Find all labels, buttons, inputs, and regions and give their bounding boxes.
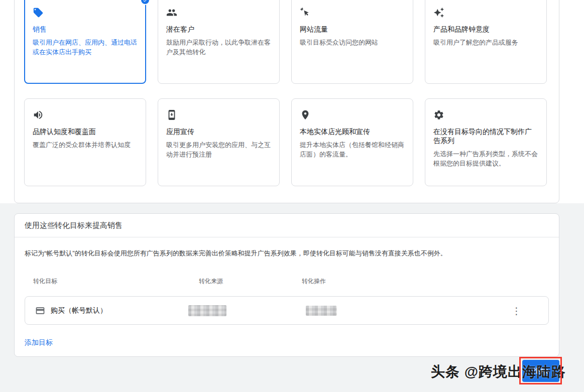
goal-name: 购买（帐号默认） — [51, 306, 107, 315]
column-header-conversion-goal: 转化目标 — [33, 277, 199, 286]
objective-card-description: 吸引用户在网店、应用内、通过电话或在实体店出手购买 — [33, 38, 138, 57]
objective-card-title: 品牌认知度和覆盖面 — [33, 127, 138, 136]
objective-card-local-store[interactable]: 本地实体店光顾和宣传 提升本地实体店（包括餐馆和经销商店面）的客流量。 — [291, 98, 413, 186]
objective-card-title: 销售 — [33, 25, 138, 34]
objective-card-title: 网站流量 — [300, 25, 405, 34]
objective-card-description: 先选择一种广告系列类型，系统不会根据您的目标提供建议。 — [433, 150, 538, 169]
redacted-conversion-source — [188, 305, 226, 316]
objective-card-no-goal[interactable]: 在没有目标导向的情况下制作广告系列 先选择一种广告系列类型，系统不会根据您的目标… — [425, 98, 547, 186]
objective-card-brand-awareness[interactable]: 品牌认知度和覆盖面 覆盖广泛的受众群体并培养认知度 — [24, 98, 146, 186]
objective-card-description: 覆盖广泛的受众群体并培养认知度 — [33, 141, 138, 150]
conversion-goals-panel: 使用这些转化目标来提高销售 标记为“帐号默认”的转化目标会使用您所有广告系列的数… — [14, 213, 559, 357]
gear-icon — [433, 109, 538, 120]
objective-card-description: 吸引用户了解您的产品或服务 — [433, 38, 538, 48]
table-row: 购买（帐号默认） ⋮ — [25, 296, 549, 325]
conversion-panel-description: 标记为“帐号默认”的转化目标会使用您所有广告系列的数据来完善出价策略和提升广告系… — [25, 249, 549, 258]
table-header-row: 转化目标 转化来源 转化操作 — [25, 277, 549, 286]
objective-card-description: 吸引目标受众访问您的网站 — [300, 38, 405, 48]
objective-card-website-traffic[interactable]: 网站流量 吸引目标受众访问您的网站 — [291, 0, 413, 84]
objective-card-app-promotion[interactable]: 应用宣传 吸引更多用户安装您的应用、与之互动并进行预注册 — [158, 98, 280, 186]
objective-card-leads[interactable]: 潜在客户 鼓励用户采取行动，以此争取潜在客户及其他转化 — [158, 0, 280, 84]
objective-card-title: 本地实体店光顾和宣传 — [300, 127, 405, 136]
objective-card-brand-consideration[interactable]: 产品和品牌钟意度 吸引用户了解您的产品或服务 — [425, 0, 547, 84]
objective-card-description: 提升本地实体店（包括餐馆和经销商店面）的客流量。 — [300, 141, 405, 160]
objective-card-sales[interactable]: 销售 吸引用户在网店、应用内、通过电话或在实体店出手购买 — [24, 0, 146, 84]
watermark-text: 头条 @跨境出海陆路 — [431, 362, 566, 381]
column-header-conversion-action: 转化操作 — [302, 277, 549, 286]
objective-card-description: 吸引更多用户安装您的应用、与之互动并进行预注册 — [166, 141, 271, 160]
conversion-panel-title: 使用这些转化目标来提高销售 — [25, 221, 123, 230]
objective-card-title: 产品和品牌钟意度 — [433, 25, 538, 34]
objective-cards-grid: 销售 吸引用户在网店、应用内、通过电话或在实体店出手购买 潜在客户 鼓励用户采取… — [24, 0, 547, 186]
redacted-conversion-action — [306, 306, 337, 316]
kebab-menu-icon[interactable]: ⋮ — [509, 304, 524, 317]
credit-card-icon — [35, 306, 45, 316]
cursor-click-icon — [300, 7, 405, 18]
location-pin-icon — [300, 109, 405, 120]
speaker-icon — [33, 109, 138, 120]
objective-card-title: 在没有目标导向的情况下制作广告系列 — [433, 127, 538, 145]
objective-card-title: 应用宣传 — [166, 127, 271, 136]
tag-icon — [33, 7, 138, 18]
phone-install-icon — [166, 109, 271, 120]
objective-card-title: 潜在客户 — [166, 25, 271, 34]
people-icon — [166, 7, 271, 18]
add-goal-link[interactable]: 添加目标 — [25, 338, 53, 347]
selected-check-badge — [140, 0, 150, 5]
sparkles-icon — [433, 7, 538, 18]
column-header-conversion-source: 转化来源 — [199, 277, 302, 286]
objective-card-description: 鼓励用户采取行动，以此争取潜在客户及其他转化 — [166, 38, 271, 57]
